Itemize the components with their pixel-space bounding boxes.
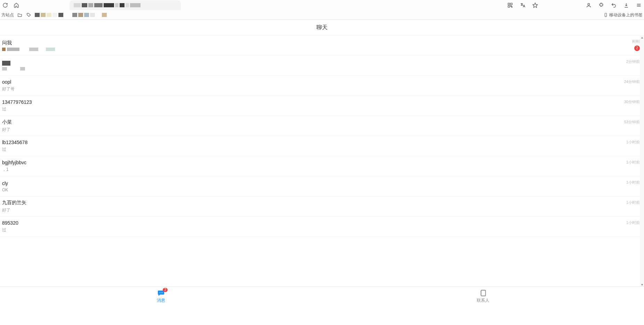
- tab-title-obscured: [74, 3, 177, 7]
- chat-preview: [2, 67, 25, 70]
- chat-name: 小菜: [2, 119, 12, 125]
- chat-name: 九百的兰矢: [2, 200, 26, 206]
- chat-time: 刚刚2: [632, 39, 640, 51]
- chat-name: [2, 61, 25, 66]
- folder-icon[interactable]: [17, 12, 23, 18]
- svg-rect-1: [510, 3, 512, 5]
- chat-preview: 过: [2, 147, 27, 152]
- chat-time: 1小时前: [626, 200, 640, 205]
- chat-app: 聊天 问我刚刚22分钟前oopl好了哥24分钟前13477976123过30分钟…: [0, 20, 644, 306]
- download-icon[interactable]: [623, 2, 629, 8]
- svg-marker-5: [533, 3, 537, 7]
- chat-name: 问我: [2, 40, 55, 46]
- chat-preview: 过: [2, 227, 18, 233]
- bookmarks-obscured: [35, 13, 118, 17]
- chat-item[interactable]: clyOK1小时前: [0, 176, 644, 197]
- svg-rect-4: [512, 7, 512, 7]
- chat-item[interactable]: 九百的兰矢好了1小时前: [0, 197, 644, 217]
- browser-chrome: 方站点 移动设备上: [0, 0, 644, 20]
- undo-icon[interactable]: [611, 2, 617, 8]
- chat-item[interactable]: 小菜好了53分钟前: [0, 116, 644, 136]
- bookmark-site-label[interactable]: 方站点: [1, 12, 14, 18]
- chat-preview: [2, 48, 55, 51]
- chat-name: 13477976123: [2, 99, 32, 105]
- chat-preview: 好了哥: [2, 86, 15, 92]
- bookmarks-bar: 方站点 移动设备上: [0, 10, 644, 19]
- chat-name: lb12345678: [2, 140, 27, 145]
- chat-preview: 过: [2, 106, 32, 112]
- chat-time: 53分钟前: [624, 119, 640, 125]
- tag-icon[interactable]: [26, 12, 32, 18]
- chat-list[interactable]: 问我刚刚22分钟前oopl好了哥24分钟前13477976123过30分钟前小菜…: [0, 35, 644, 286]
- chat-time: 24分钟前: [624, 79, 640, 84]
- star-icon[interactable]: [532, 2, 538, 8]
- chat-item[interactable]: 895320过1小时前: [0, 217, 644, 237]
- chat-time: 30分钟前: [624, 99, 640, 105]
- home-icon[interactable]: [13, 2, 19, 8]
- svg-point-14: [162, 292, 163, 293]
- chat-item[interactable]: 13477976123过30分钟前: [0, 96, 644, 116]
- mobile-bookmarks-link[interactable]: 移动设备上的书签: [604, 12, 643, 18]
- chat-item[interactable]: lb12345678过1小时前: [0, 136, 644, 156]
- chat-item[interactable]: 2分钟前: [0, 56, 644, 76]
- svg-rect-2: [508, 6, 510, 7]
- contacts-icon: [479, 289, 487, 297]
- chat-item[interactable]: oopl好了哥24分钟前: [0, 76, 644, 96]
- chat-preview: ，1: [2, 167, 26, 173]
- scroll-up-icon[interactable]: ▴: [640, 35, 644, 39]
- chat-name: cly: [2, 181, 8, 186]
- page-title-bar: 聊天: [0, 20, 644, 35]
- chat-name: oopl: [2, 79, 15, 85]
- tab-contacts[interactable]: 联系人: [322, 287, 644, 306]
- chat-time: 1小时前: [626, 160, 640, 165]
- browser-toolbar: [0, 0, 644, 10]
- svg-point-12: [159, 292, 160, 293]
- bottom-nav: 2 消息 联系人: [0, 286, 644, 306]
- mobile-bookmarks-label: 移动设备上的书签: [609, 12, 643, 18]
- reload-icon[interactable]: [2, 2, 8, 8]
- chat-name: 895320: [2, 220, 18, 226]
- chat-preview: OK: [2, 188, 8, 192]
- svg-rect-15: [481, 290, 486, 296]
- scroll-down-icon[interactable]: ▾: [640, 282, 644, 286]
- menu-icon[interactable]: [636, 2, 642, 8]
- browser-tab-active[interactable]: [70, 0, 181, 10]
- chat-time: 2分钟前: [626, 59, 640, 64]
- svg-point-6: [588, 3, 589, 5]
- chat-time: 1小时前: [626, 180, 640, 185]
- chat-item[interactable]: bgjhfyjbbvc，11小时前: [0, 156, 644, 176]
- svg-rect-3: [510, 6, 511, 6]
- chat-name: bgjhfyjbbvc: [2, 160, 26, 165]
- chat-time: 1小时前: [626, 220, 640, 225]
- svg-rect-0: [508, 3, 510, 5]
- chat-preview: 好了: [2, 207, 26, 213]
- toolbar-right: [507, 2, 642, 8]
- qr-icon[interactable]: [507, 2, 513, 8]
- tab-messages-label: 消息: [157, 298, 165, 303]
- chat-preview: 好了: [2, 127, 12, 133]
- tab-contacts-label: 联系人: [477, 298, 489, 303]
- chat-item[interactable]: 问我刚刚2: [0, 35, 644, 56]
- translate-icon[interactable]: [520, 2, 526, 8]
- unread-badge: 2: [634, 45, 640, 51]
- messages-badge: 2: [163, 288, 168, 292]
- chat-time: 1小时前: [626, 140, 640, 145]
- tab-messages[interactable]: 2 消息: [0, 287, 322, 306]
- scrollbar[interactable]: ▴ ▾: [640, 35, 644, 286]
- profile-icon[interactable]: [586, 2, 592, 8]
- svg-point-13: [161, 292, 161, 293]
- extensions-icon[interactable]: [598, 2, 604, 8]
- page-title: 聊天: [316, 24, 328, 31]
